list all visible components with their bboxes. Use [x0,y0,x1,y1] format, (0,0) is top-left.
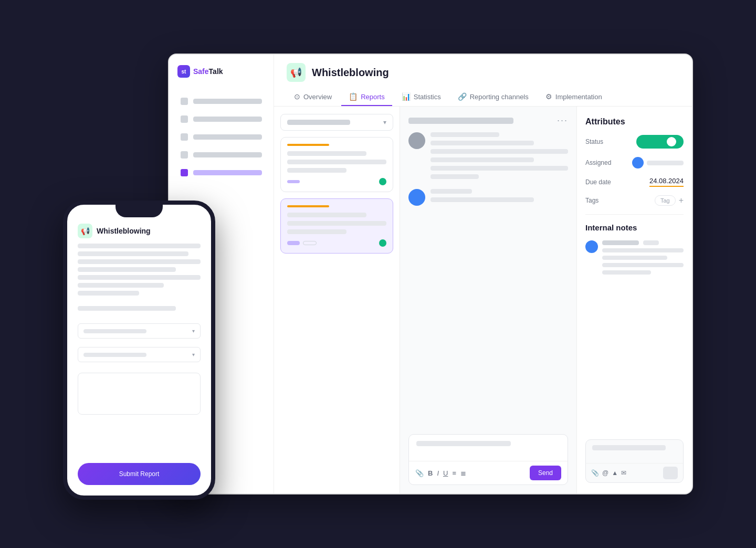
due-date-row: Due date 24.08.2024 [585,177,684,187]
note-name-bar [602,240,639,245]
note-avatar [585,240,598,253]
due-date-label: Due date [585,178,617,186]
underline-icon[interactable]: U [443,469,448,477]
phone-line-7 [78,291,139,296]
sidebar-icon-4 [181,151,188,159]
tab-implementation[interactable]: ⚙ Implementation [538,88,610,106]
sidebar-item-5[interactable] [177,165,265,181]
notes-mention-icon[interactable]: @ [602,469,608,477]
internal-notes-title: Internal notes [585,223,684,232]
main-content: 📢 Whistleblowing ⊙ Overview 📋 Reports 📊 … [274,55,692,493]
send-button[interactable]: Send [530,466,561,480]
msg-line-6 [430,197,534,202]
phone-select-2[interactable]: ▾ [78,347,201,362]
phone-app-title: Whistleblowing [97,227,151,235]
notes-placeholder-bar [592,445,666,450]
notes-send-button[interactable] [663,467,678,479]
phone-line-2 [78,251,188,256]
attributes-panel: Attributes Status Assigned [576,107,692,493]
desktop-window: st SafeTalk [168,54,693,494]
note-line-2 [602,256,667,260]
filter-text [287,120,350,125]
due-date-value[interactable]: 24.08.2024 [649,177,684,187]
phone-submit-button[interactable]: Submit Report [78,463,201,485]
list-icon[interactable]: ≡ [452,469,456,477]
report-card-1[interactable] [280,137,393,192]
phone-notch [116,205,163,217]
app-title: Whistleblowing [312,67,389,79]
app-title-row: 📢 Whistleblowing [287,63,679,82]
app-header: 📢 Whistleblowing ⊙ Overview 📋 Reports 📊 … [274,55,692,107]
tab-reports[interactable]: 📋 Reports [341,88,392,106]
app-body: ▾ [274,107,692,493]
phone-line-3 [78,259,201,264]
sidebar-item-2[interactable] [177,111,265,127]
italic-icon[interactable]: I [437,469,439,477]
phone-content: 📢 Whistleblowing ▾ ▾ [67,205,211,496]
sidebar-label-2 [193,117,262,122]
card-line-4 [287,213,366,217]
phone-line-5 [78,275,201,280]
card-status-bar-2 [287,205,329,207]
phone-select-1[interactable]: ▾ [78,323,201,339]
tags-value: Tag + [655,195,684,206]
sidebar-item-3[interactable] [177,129,265,145]
phone-form-content [78,244,201,318]
notes-attach-icon[interactable]: 📎 [591,469,599,477]
bold-icon[interactable]: B [428,469,433,477]
overview-icon: ⊙ [294,92,300,101]
card-line-6 [287,229,346,234]
note-line-3 [602,263,684,267]
add-tag-button[interactable]: + [679,196,684,205]
status-dot-green-1 [379,178,386,185]
tag-chip[interactable]: Tag [655,195,676,206]
phone-app-icon: 📢 [78,224,92,238]
notes-input-area[interactable] [586,440,683,463]
card-status-bar-1 [287,144,329,146]
phone-select-bar-1 [83,329,146,333]
card-tag-1 [287,180,300,183]
phone-textarea[interactable] [78,373,201,415]
sidebar-item-1[interactable] [177,93,265,109]
editor-toolbar: 📎 B I U ≡ ≣ Send [409,461,568,484]
sidebar-icon-5 [181,169,188,176]
report-card-2[interactable] [280,198,393,254]
msg-name-bar [430,132,499,137]
notes-toolbar: 📎 @ ▲ ✉ [586,463,683,482]
sidebar-label-1 [193,99,262,104]
tab-reporting-channels[interactable]: 🔗 Reporting channels [450,88,536,106]
attributes-title: Attributes [585,117,684,127]
mobile-phone: 📢 Whistleblowing ▾ ▾ [63,201,215,500]
note-time-bar [643,240,659,245]
ordered-list-icon[interactable]: ≣ [460,469,466,477]
card-tag-outline-2 [303,241,317,245]
message-2 [408,189,568,206]
editor-placeholder-bar [416,441,511,446]
whistleblowing-icon: 📢 [287,63,306,82]
avatar-gray [408,132,425,149]
status-toggle[interactable] [636,135,684,149]
reports-icon: 📋 [349,92,358,101]
message-editor: 📎 B I U ≡ ≣ Send [408,434,568,485]
phone-header: 📢 Whistleblowing [78,224,201,238]
tab-overview[interactable]: ⊙ Overview [287,88,339,106]
note-line-4 [602,270,651,275]
phone-spacer-2 [78,314,201,318]
detail-title-bar [408,118,513,124]
note-header [602,240,684,245]
sidebar-item-4[interactable] [177,147,265,163]
msg-line-4 [430,166,568,171]
status-dot-green-2 [379,239,386,247]
sidebar-label-4 [193,152,262,157]
assigned-row: Assigned [585,157,684,168]
sidebar-label-5 [193,170,262,175]
tab-statistics[interactable]: 📊 Statistics [394,88,448,106]
reports-panel: ▾ [274,107,400,493]
attach-icon[interactable]: 📎 [415,469,424,477]
notes-format-icon[interactable]: ▲ [612,469,618,477]
assigned-value [632,157,684,168]
reports-filter-dropdown[interactable]: ▾ [280,114,393,131]
notes-email-icon[interactable]: ✉ [621,469,626,477]
msg-line-2 [430,149,568,154]
more-options-button[interactable]: ··· [557,115,568,126]
